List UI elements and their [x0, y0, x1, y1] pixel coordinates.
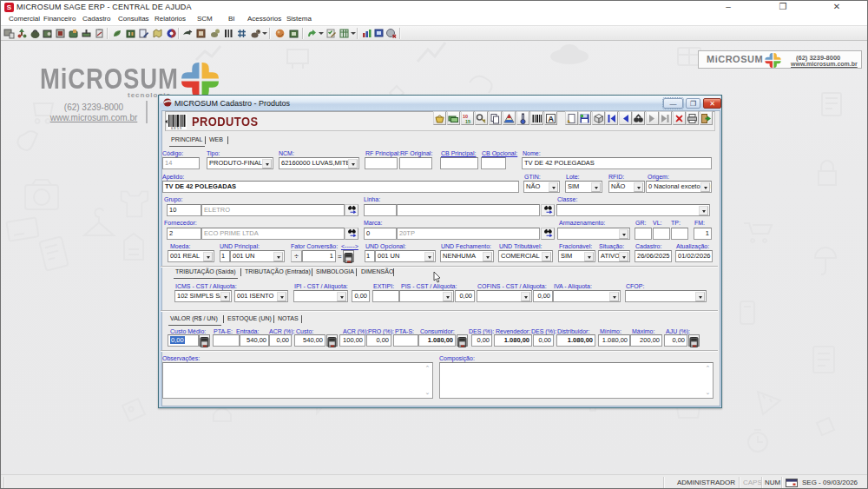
- svg-text:A: A: [548, 115, 554, 123]
- svg-text:6 8 5 9: 6 8 5 9: [171, 126, 182, 130]
- svg-text:15: 15: [465, 119, 470, 124]
